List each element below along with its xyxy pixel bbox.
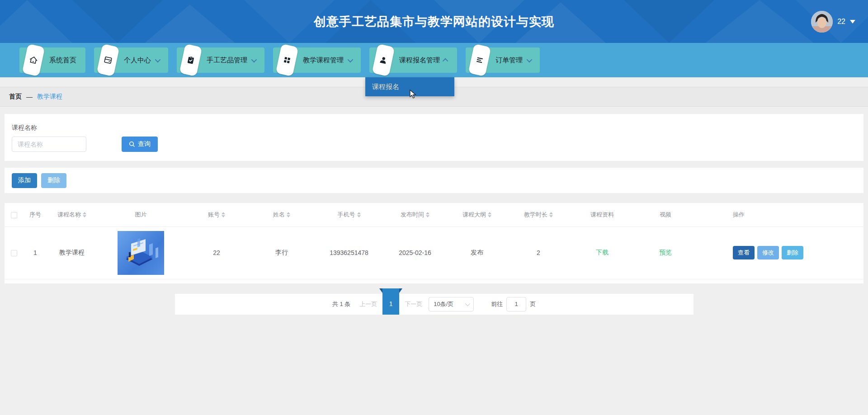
submenu-label[interactable]: 课程报名 bbox=[372, 83, 399, 91]
nav-label: 课程报名管理 bbox=[399, 56, 440, 65]
search-input[interactable] bbox=[12, 137, 86, 152]
chevron-down-icon bbox=[850, 20, 855, 24]
pagination-total: 共 1 条 bbox=[332, 300, 350, 308]
cell-publish-date: 2025-02-16 bbox=[383, 226, 447, 279]
nav-item-system-home[interactable]: 系统首页 bbox=[19, 47, 85, 73]
cell-phone: 13936251478 bbox=[315, 226, 383, 279]
cell-course-name: 教学课程 bbox=[47, 226, 97, 279]
table-panel: 序号 课程名称 图片 账号 姓名 手机号 发布时间 课程大纲 教学时长 课程资料… bbox=[5, 203, 863, 283]
nav-item-course-management[interactable]: 教学课程管理 bbox=[273, 47, 361, 73]
col-header-image[interactable]: 图片 bbox=[97, 203, 185, 226]
chevron-down-icon bbox=[465, 301, 470, 306]
course-table: 序号 课程名称 图片 账号 姓名 手机号 发布时间 课程大纲 教学时长 课程资料… bbox=[5, 203, 863, 279]
profile-card-icon bbox=[97, 44, 120, 76]
cell-index: 1 bbox=[24, 226, 47, 279]
nav-label: 手工艺品管理 bbox=[207, 56, 247, 65]
clipboard-check-icon bbox=[179, 44, 203, 76]
col-header-duration[interactable]: 教学时长 bbox=[507, 203, 570, 226]
edit-button[interactable]: 修改 bbox=[757, 246, 779, 259]
mouse-cursor bbox=[409, 90, 417, 99]
col-header-account[interactable]: 账号 bbox=[185, 203, 248, 226]
sort-icon[interactable] bbox=[83, 212, 86, 217]
page-size-value: 10条/页 bbox=[434, 300, 453, 308]
breadcrumb-home[interactable]: 首页 bbox=[9, 93, 22, 101]
nav-label: 教学课程管理 bbox=[303, 56, 344, 65]
page-title: 创意手工艺品集市与教学网站的设计与实现 bbox=[0, 0, 868, 43]
delete-button[interactable]: 删除 bbox=[41, 173, 66, 188]
col-header-course-name[interactable]: 课程名称 bbox=[47, 203, 97, 226]
query-button[interactable]: 查询 bbox=[122, 137, 158, 152]
chevron-down-icon bbox=[155, 57, 161, 62]
chevron-down-icon bbox=[348, 57, 354, 62]
page: 创意手工艺品集市与教学网站的设计与实现 22 系统首页 bbox=[0, 0, 868, 415]
app-header: 创意手工艺品集市与教学网站的设计与实现 22 bbox=[0, 0, 868, 43]
add-button[interactable]: 添加 bbox=[12, 173, 37, 188]
home-icon bbox=[22, 44, 45, 76]
search-panel: 课程名称 查询 bbox=[5, 114, 863, 161]
nav-label: 系统首页 bbox=[49, 56, 76, 65]
toolbar-panel: 添加 删除 bbox=[5, 168, 863, 193]
search-field-label: 课程名称 bbox=[12, 124, 856, 132]
view-button[interactable]: 查看 bbox=[733, 246, 755, 259]
breadcrumb-current[interactable]: 教学课程 bbox=[37, 93, 62, 101]
goto-page-input[interactable] bbox=[506, 297, 526, 311]
nav-item-course-signup-management[interactable]: 课程报名管理 bbox=[369, 47, 457, 73]
current-page-button[interactable]: 1 bbox=[382, 288, 399, 315]
sort-icon[interactable] bbox=[426, 212, 429, 217]
row-checkbox[interactable] bbox=[11, 250, 17, 256]
page-size-select[interactable]: 10条/页 bbox=[429, 297, 474, 311]
col-header-publish-date[interactable]: 发布时间 bbox=[383, 203, 447, 226]
prev-page-button[interactable]: 上一页 bbox=[359, 300, 377, 308]
table-row: 1 教学课程 bbox=[5, 226, 863, 279]
pagination: 共 1 条 上一页 1 下一页 10条/页 前往 页 bbox=[175, 294, 693, 315]
cell-name: 李行 bbox=[248, 226, 315, 279]
search-icon bbox=[129, 141, 135, 147]
grid-icon bbox=[276, 44, 299, 76]
cell-duration: 2 bbox=[507, 226, 570, 279]
query-button-label: 查询 bbox=[138, 140, 151, 148]
sort-icon[interactable] bbox=[549, 212, 553, 217]
sort-icon[interactable] bbox=[357, 212, 361, 217]
col-header-material: 课程资料 bbox=[570, 203, 634, 226]
nav-label: 订单管理 bbox=[495, 56, 523, 65]
chevron-up-icon bbox=[443, 58, 448, 64]
cell-account: 22 bbox=[185, 226, 248, 279]
nav-item-personal-center[interactable]: 个人中心 bbox=[94, 47, 168, 73]
nav-item-handicraft-management[interactable]: 手工艺品管理 bbox=[177, 47, 264, 73]
main-nav: 系统首页 个人中心 手工艺品管理 教学课程管理 bbox=[0, 43, 868, 77]
goto-prefix-label: 前往 bbox=[491, 300, 503, 308]
nav-label: 个人中心 bbox=[124, 56, 151, 65]
next-page-button[interactable]: 下一页 bbox=[405, 300, 422, 308]
goto-suffix-label: 页 bbox=[530, 300, 536, 308]
sort-icon[interactable] bbox=[287, 212, 290, 217]
col-header-name[interactable]: 姓名 bbox=[248, 203, 315, 226]
person-icon bbox=[372, 44, 395, 76]
cell-outline: 发布 bbox=[447, 226, 507, 279]
row-delete-button[interactable]: 删除 bbox=[782, 246, 803, 259]
col-header-actions: 操作 bbox=[697, 203, 863, 226]
list-icon bbox=[468, 44, 491, 76]
avatar[interactable] bbox=[811, 11, 833, 33]
user-menu[interactable]: 22 bbox=[811, 0, 855, 43]
download-link[interactable]: 下载 bbox=[596, 249, 609, 256]
preview-link[interactable]: 预览 bbox=[659, 249, 672, 256]
chevron-down-icon bbox=[251, 57, 257, 62]
sort-icon[interactable] bbox=[222, 212, 225, 217]
user-name[interactable]: 22 bbox=[837, 18, 845, 26]
col-header-video: 视频 bbox=[634, 203, 697, 226]
chevron-down-icon bbox=[527, 57, 533, 62]
col-header-phone[interactable]: 手机号 bbox=[315, 203, 383, 226]
course-image[interactable] bbox=[118, 231, 164, 275]
col-header-index[interactable]: 序号 bbox=[24, 203, 47, 226]
sort-icon[interactable] bbox=[488, 212, 491, 217]
breadcrumb-separator: — bbox=[26, 93, 33, 100]
select-all-checkbox[interactable] bbox=[11, 212, 17, 218]
nav-item-order-management[interactable]: 订单管理 bbox=[466, 47, 540, 73]
table-header-row: 序号 课程名称 图片 账号 姓名 手机号 发布时间 课程大纲 教学时长 课程资料… bbox=[5, 203, 863, 226]
col-header-outline[interactable]: 课程大纲 bbox=[447, 203, 507, 226]
